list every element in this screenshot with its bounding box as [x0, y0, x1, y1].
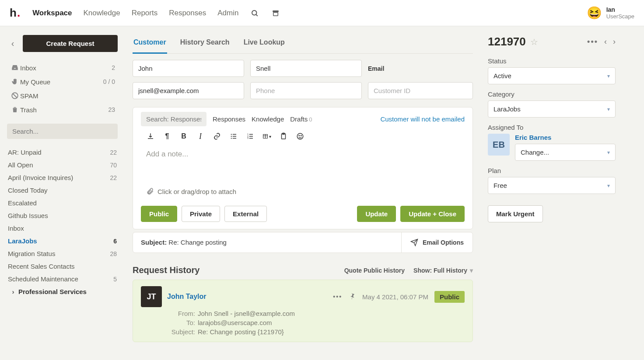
pin-icon[interactable]	[348, 292, 356, 301]
sidebar-item-count: 2	[112, 64, 115, 71]
assignee-name[interactable]: Eric Barnes	[515, 134, 616, 141]
plan-select[interactable]: Free▾	[488, 177, 616, 194]
sidebar-item-label: My Queue	[20, 78, 103, 86]
customer-id-input[interactable]	[368, 82, 473, 99]
editor-body[interactable]: Add a note...	[133, 144, 472, 187]
filter-scheduled-maintenance[interactable]: Scheduled Maintenance5	[7, 273, 118, 285]
filter-migration-status[interactable]: Migration Status28	[7, 247, 118, 260]
update-close-button[interactable]: Update + Close	[400, 206, 465, 222]
update-button[interactable]: Update	[357, 206, 396, 222]
sidebar-search-input[interactable]	[7, 124, 118, 139]
first-name-input[interactable]	[133, 60, 244, 77]
external-button[interactable]: External	[224, 206, 267, 222]
sidebar-item-trash[interactable]: Trash23	[7, 103, 118, 117]
show-history-dropdown[interactable]: Show: Full History ▾	[413, 267, 473, 274]
more-icon[interactable]: •••	[587, 37, 598, 46]
svg-point-8	[231, 138, 232, 138]
italic-icon[interactable]: I	[196, 132, 205, 141]
pill-drafts[interactable]: Drafts0	[290, 115, 312, 123]
user-org: UserScape	[606, 13, 634, 20]
create-request-button[interactable]: Create Request	[23, 35, 118, 52]
tab-customer[interactable]: Customer	[133, 34, 167, 54]
assignee-change-select[interactable]: Change...▾	[515, 144, 616, 161]
status-select[interactable]: Active▾	[488, 67, 616, 84]
contact-type-label[interactable]: Email	[368, 65, 473, 72]
svg-rect-11	[233, 138, 236, 139]
svg-point-23	[297, 133, 303, 139]
user-name: Ian	[606, 6, 634, 13]
star-icon[interactable]: ☆	[530, 37, 538, 47]
link-icon[interactable]	[213, 132, 221, 141]
search-icon[interactable]	[250, 8, 259, 18]
nav-workspace[interactable]: Workspace	[32, 9, 72, 17]
sidebar-item-inbox[interactable]: Inbox2	[7, 61, 118, 75]
sidebar-item-count: 0 / 0	[103, 78, 115, 85]
logo-letter: h	[10, 6, 17, 20]
next-request-icon[interactable]: ›	[613, 37, 616, 46]
filter-escalated[interactable]: Escalated	[7, 197, 118, 209]
filter-april-invoice-inquires-[interactable]: April (Invoice Inquires)22	[7, 171, 118, 184]
tab-live-lookup[interactable]: Live Lookup	[243, 34, 286, 54]
mark-urgent-button[interactable]: Mark Urgent	[488, 205, 543, 222]
filter-ar-unpaid[interactable]: AR: Unpaid22	[7, 146, 118, 159]
svg-point-7	[231, 136, 232, 137]
numbered-list-icon[interactable]: 123	[246, 132, 255, 141]
tab-history-search[interactable]: History Search	[179, 34, 231, 54]
phone-input[interactable]	[250, 82, 362, 99]
editor-card: Responses Knowledge Drafts0 Customer wil…	[133, 107, 473, 229]
prev-request-icon[interactable]: ‹	[604, 37, 607, 46]
emoji-icon[interactable]	[296, 132, 304, 141]
archive-icon[interactable]	[271, 8, 280, 18]
nav-knowledge[interactable]: Knowledge	[84, 9, 120, 17]
category-select[interactable]: LaraJobs▾	[488, 100, 616, 118]
svg-line-5	[13, 93, 18, 98]
filter-inbox[interactable]: Inbox	[7, 222, 118, 235]
email-input[interactable]	[133, 82, 244, 99]
pill-knowledge[interactable]: Knowledge	[252, 115, 284, 123]
sidebar-item-label: Inbox	[20, 64, 112, 72]
responses-search-input[interactable]	[141, 112, 206, 126]
svg-point-24	[299, 135, 300, 136]
download-icon[interactable]	[146, 132, 155, 141]
status-label: Status	[488, 57, 616, 65]
clipboard-icon[interactable]	[279, 132, 288, 141]
filter-github-issues[interactable]: Github Issues	[7, 209, 118, 222]
filter-count: 70	[110, 162, 117, 169]
entry-subject: Re: Change posting {121970}	[198, 328, 284, 336]
sidebar-item-spam[interactable]: SPAM	[7, 89, 118, 103]
filter-recent-sales-contacts[interactable]: Recent Sales Contacts	[7, 260, 118, 273]
filter-label: AR: Unpaid	[8, 149, 110, 156]
email-notice: Customer will not be emailed	[380, 115, 465, 123]
main-tabs: Customer History Search Live Lookup	[133, 34, 473, 54]
paragraph-icon[interactable]: ¶	[163, 132, 172, 141]
nav-admin[interactable]: Admin	[217, 9, 238, 17]
bold-icon[interactable]: B	[179, 132, 188, 141]
subject-text[interactable]: Subject: Re: Change posting	[133, 232, 401, 253]
user-menu[interactable]: 😆 Ian UserScape	[587, 6, 634, 20]
private-button[interactable]: Private	[182, 206, 220, 222]
pill-responses[interactable]: Responses	[213, 115, 245, 123]
filter-larajobs[interactable]: LaraJobs6	[7, 235, 118, 247]
public-button[interactable]: Public	[141, 206, 177, 222]
filter-closed-today[interactable]: Closed Today	[7, 184, 118, 197]
back-icon[interactable]: ‹	[7, 38, 18, 48]
entry-menu-icon[interactable]: •••	[333, 293, 342, 300]
filter-label: Inbox	[8, 225, 117, 232]
request-id: 121970	[488, 35, 526, 48]
logo[interactable]: h.	[10, 6, 20, 20]
entry-author[interactable]: John Taylor	[167, 293, 206, 301]
nav-reports[interactable]: Reports	[132, 9, 158, 17]
filter-professional-services[interactable]: ›Professional Services	[7, 285, 118, 298]
quote-history-button[interactable]: Quote Public History	[344, 267, 405, 274]
svg-rect-13	[249, 136, 253, 137]
filter-all-open[interactable]: All Open70	[7, 159, 118, 171]
email-options-button[interactable]: Email Options	[401, 232, 472, 253]
sidebar-item-my-queue[interactable]: My Queue0 / 0	[7, 75, 118, 89]
last-name-input[interactable]	[250, 60, 362, 77]
attach-area[interactable]: Click or drag/drop to attach	[133, 187, 472, 201]
table-icon[interactable]: ▾	[262, 132, 271, 141]
nav-responses[interactable]: Responses	[169, 9, 206, 17]
bullet-list-icon[interactable]	[229, 132, 238, 141]
filter-count: 5	[113, 276, 117, 283]
right-sidebar: 121970 ☆ ••• ‹ › Status Active▾ Category…	[483, 26, 628, 355]
